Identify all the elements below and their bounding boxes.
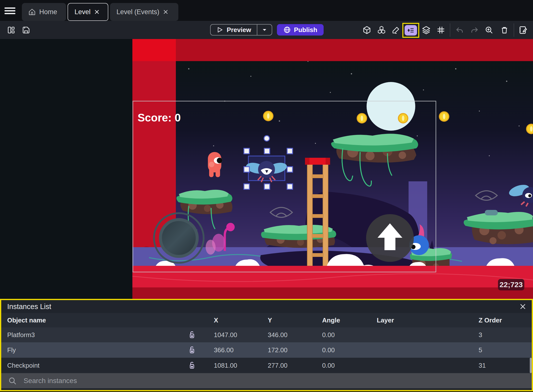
panels-icon[interactable] bbox=[5, 24, 17, 36]
red-banner-dark bbox=[132, 287, 533, 299]
preview-label: Preview bbox=[227, 26, 251, 34]
undo-icon[interactable] bbox=[454, 24, 465, 36]
preview-button[interactable]: Preview bbox=[210, 24, 272, 36]
tab-level-events-label: Level (Events) bbox=[116, 8, 159, 16]
tab-bar: Home Level Level (Events) bbox=[0, 0, 533, 21]
globe-icon bbox=[283, 26, 291, 34]
unlock-icon[interactable] bbox=[188, 331, 196, 339]
home-icon bbox=[28, 8, 36, 16]
chevron-down-icon bbox=[262, 27, 267, 33]
unlock-icon[interactable] bbox=[188, 346, 196, 354]
svg-text:22;723: 22;723 bbox=[499, 280, 523, 289]
column-layer[interactable]: Layer bbox=[377, 316, 394, 324]
column-angle[interactable]: Angle bbox=[322, 316, 340, 324]
search-bar bbox=[1, 373, 532, 388]
table-header-row: Object name X Y Angle Layer Z Order bbox=[1, 313, 532, 327]
close-tab-icon[interactable] bbox=[94, 9, 100, 15]
tab-level-label: Level bbox=[75, 8, 91, 16]
instance-name: Checkpoint bbox=[7, 362, 39, 369]
publish-button[interactable]: Publish bbox=[277, 24, 324, 36]
instance-y[interactable]: 172.00 bbox=[268, 346, 288, 354]
instance-z-order[interactable]: 5 bbox=[479, 346, 482, 354]
redo-icon[interactable] bbox=[469, 24, 480, 36]
instance-x[interactable]: 1081.00 bbox=[214, 362, 237, 369]
object-groups-icon[interactable] bbox=[376, 24, 387, 36]
red-banner-bottom[interactable] bbox=[132, 266, 533, 287]
publish-label: Publish bbox=[294, 26, 317, 34]
zoom-in-icon[interactable] bbox=[483, 24, 495, 36]
table-row[interactable]: Platform3 1047.00 346.00 0.00 3 bbox=[1, 327, 532, 342]
tab-level-events[interactable]: Level (Events) bbox=[110, 3, 178, 21]
column-z-order[interactable]: Z Order bbox=[479, 316, 502, 324]
unlock-icon[interactable] bbox=[188, 361, 196, 370]
instance-angle[interactable]: 0.00 bbox=[322, 362, 335, 369]
instance-name: Fly bbox=[7, 346, 16, 354]
instance-x[interactable]: 1047.00 bbox=[214, 331, 237, 339]
instance-y[interactable]: 346.00 bbox=[268, 331, 288, 339]
instance-z-order[interactable]: 31 bbox=[479, 362, 486, 369]
red-stripe-top[interactable] bbox=[132, 39, 176, 61]
red-band-top[interactable] bbox=[132, 39, 533, 61]
layers-icon[interactable] bbox=[420, 24, 432, 36]
score-text-instance[interactable]: Score: 0 bbox=[138, 112, 181, 124]
trash-icon[interactable] bbox=[499, 24, 510, 36]
cursor-coords-badge: 22;723 bbox=[498, 279, 524, 290]
tab-level[interactable]: Level bbox=[68, 3, 108, 21]
main-menu-icon[interactable] bbox=[4, 6, 15, 15]
table-row-selected[interactable]: Fly 366.00 172.00 0.00 5 bbox=[1, 342, 532, 358]
instance-angle[interactable]: 0.00 bbox=[322, 331, 335, 339]
instance-angle[interactable]: 0.00 bbox=[322, 346, 335, 354]
column-y[interactable]: Y bbox=[268, 316, 272, 324]
properties-pencil-icon[interactable] bbox=[390, 24, 402, 36]
tab-home[interactable]: Home bbox=[22, 3, 66, 21]
preview-options-button[interactable] bbox=[257, 25, 272, 35]
play-icon bbox=[216, 26, 223, 33]
instance-x[interactable]: 366.00 bbox=[214, 346, 234, 354]
instance-y[interactable]: 277.00 bbox=[268, 362, 288, 369]
edit-scene-icon[interactable] bbox=[517, 24, 529, 36]
grid-icon[interactable] bbox=[435, 24, 447, 36]
ladder-instance[interactable] bbox=[305, 158, 330, 271]
search-icon bbox=[8, 377, 17, 385]
column-object-name[interactable]: Object name bbox=[7, 316, 46, 324]
close-tab-icon[interactable] bbox=[163, 9, 168, 15]
instances-list-icon[interactable] bbox=[405, 25, 417, 36]
table-row[interactable]: Checkpoint 1081.00 277.00 0.00 31 bbox=[1, 358, 532, 373]
instance-name: Platform3 bbox=[7, 331, 35, 339]
panel-title: Instances List bbox=[7, 303, 51, 311]
save-icon[interactable] bbox=[20, 24, 32, 36]
moon bbox=[367, 82, 415, 131]
panel-title-bar: Instances List bbox=[1, 300, 532, 313]
selected-fly-instance[interactable] bbox=[245, 156, 288, 182]
objects-cube-icon[interactable] bbox=[361, 24, 373, 36]
toolbar: Preview Publish bbox=[0, 21, 533, 39]
instances-list-panel: Instances List Object name X Y Angle Lay… bbox=[0, 299, 533, 391]
search-instances-input[interactable] bbox=[23, 377, 532, 385]
column-x[interactable]: X bbox=[214, 316, 218, 324]
tab-home-label: Home bbox=[39, 8, 57, 16]
scene-editor-canvas[interactable]: Score: 0 22;723 bbox=[0, 39, 533, 299]
instance-z-order[interactable]: 3 bbox=[479, 331, 482, 339]
joystick-control-instance[interactable] bbox=[154, 213, 204, 263]
close-panel-icon[interactable] bbox=[519, 303, 526, 310]
jump-button-instance[interactable] bbox=[366, 214, 414, 262]
panel-scrollbar[interactable] bbox=[530, 358, 532, 373]
